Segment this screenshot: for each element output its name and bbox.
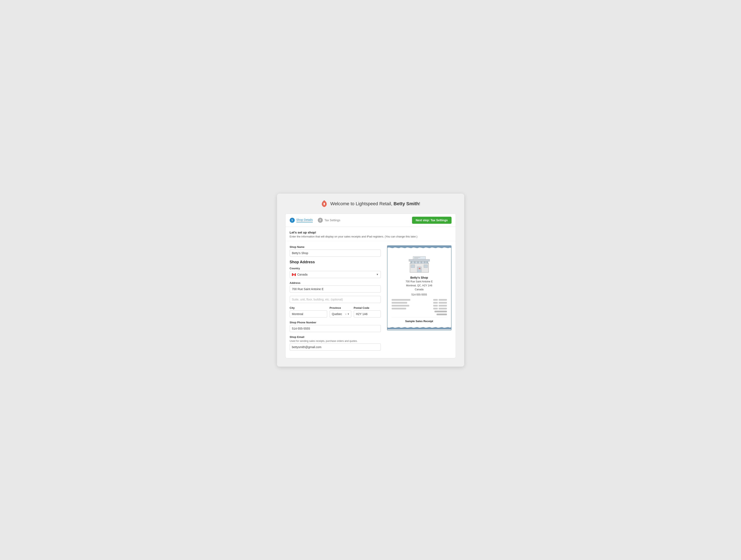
line-right-3a <box>433 305 438 306</box>
line-right-group-1 <box>433 299 447 301</box>
step-2-label: Tax Settings <box>324 219 340 222</box>
line-right-group-2 <box>433 302 447 303</box>
email-label: Shop Email <box>290 335 381 339</box>
lightspeed-logo-icon <box>321 200 328 208</box>
receipt-line-6 <box>392 313 447 315</box>
step-1-badge: 1 <box>290 218 295 223</box>
svg-rect-12 <box>413 257 425 259</box>
line-right-4a <box>433 308 438 309</box>
receipt-body: Betty's Shop 700 Rue Saint Antoine E Mon… <box>388 249 451 327</box>
next-step-button[interactable]: Next step: Tax Settings <box>412 217 452 224</box>
province-col: Province Quebec Ontario British Columbia… <box>330 306 351 318</box>
line-right-1b <box>439 299 447 301</box>
country-group: Country 🇨🇦 Canada United States ▼ <box>290 267 381 278</box>
intro-desc: Enter the information that will display … <box>290 235 452 238</box>
line-total-2 <box>436 313 447 315</box>
receipt-address-line1: 700 Rue Saint Antoine E <box>392 280 447 284</box>
country-label: Country <box>290 267 381 270</box>
city-label: City <box>290 306 327 309</box>
receipt-address-line3: Canada <box>392 288 447 291</box>
line-right-group-4 <box>433 308 447 309</box>
steps-bar: 1 Shop Details 2 Tax Settings Next step:… <box>285 214 456 227</box>
svg-rect-14 <box>414 258 418 259</box>
line-left-4 <box>392 308 406 309</box>
receipt-line-3 <box>392 305 447 306</box>
line-right-group-3 <box>433 305 447 306</box>
intro-title: Let's set up shop! <box>290 231 452 234</box>
receipt-shop-name: Betty's Shop <box>392 276 447 279</box>
province-clear-icon[interactable]: × <box>345 312 347 316</box>
line-right-2a <box>433 302 438 303</box>
header: Welcome to Lightspeed Retail, Betty Smit… <box>285 200 456 208</box>
line-left-2 <box>392 302 407 303</box>
shop-name-group: Shop Name <box>290 246 381 257</box>
address2-input[interactable] <box>290 296 381 303</box>
step-1[interactable]: 1 Shop Details <box>290 218 313 223</box>
city-province-postal-group: City Province Quebec Ontario British Col… <box>290 306 381 318</box>
country-select[interactable]: Canada United States <box>290 271 381 278</box>
receipt-address: 700 Rue Saint Antoine E Montreal, QC, H2… <box>392 280 447 292</box>
receipt-section: Betty's Shop 700 Rue Saint Antoine E Mon… <box>387 246 452 331</box>
phone-input[interactable] <box>290 325 381 332</box>
header-title: Welcome to Lightspeed Retail, Betty Smit… <box>330 201 420 207</box>
main-card: 1 Shop Details 2 Tax Settings Next step:… <box>285 214 456 358</box>
postal-label: Postal Code <box>354 306 381 309</box>
email-sublabel: Used for sending sales receipts, purchas… <box>290 340 381 343</box>
svg-rect-11 <box>409 259 430 261</box>
receipt-phone: 514-555-5555 <box>392 293 447 296</box>
email-input[interactable] <box>290 344 381 351</box>
postal-col: Postal Code <box>354 306 381 318</box>
shop-name-label: Shop Name <box>290 246 381 249</box>
steps-left: 1 Shop Details 2 Tax Settings <box>290 218 340 223</box>
address-group: Address <box>290 281 381 293</box>
country-select-wrapper: 🇨🇦 Canada United States ▼ <box>290 271 381 278</box>
step-2-badge: 2 <box>318 218 323 223</box>
svg-rect-1 <box>417 267 421 272</box>
line-right-1a <box>433 299 438 301</box>
phone-group: Shop Phone Number <box>290 321 381 332</box>
line-left-3 <box>392 305 409 306</box>
receipt-card: Betty's Shop 700 Rue Saint Antoine E Mon… <box>387 246 452 331</box>
email-group: Shop Email Used for sending sales receip… <box>290 335 381 351</box>
receipt-line-4 <box>392 308 447 309</box>
receipt-footer-title: Sample Sales Receipt <box>392 317 447 324</box>
line-right-4b <box>439 308 447 309</box>
step-1-label: Shop Details <box>296 218 313 222</box>
receipt-illustration <box>392 253 447 273</box>
province-label: Province <box>330 306 351 309</box>
receipt-address-line2: Montreal, QC, H2Y 1A6 <box>392 284 447 288</box>
page-wrapper: Welcome to Lightspeed Retail, Betty Smit… <box>277 194 464 367</box>
svg-rect-2 <box>411 265 415 268</box>
form-section: Shop Name Shop Address Country 🇨🇦 Canada… <box>290 246 387 354</box>
line-left-1 <box>392 299 410 301</box>
address-input[interactable] <box>290 285 381 293</box>
step-2[interactable]: 2 Tax Settings <box>318 218 340 223</box>
receipt-line-1 <box>392 299 447 301</box>
svg-rect-3 <box>424 265 427 268</box>
address-heading: Shop Address <box>290 260 381 264</box>
receipt-wavy-bottom <box>388 327 451 329</box>
form-receipt-row: Shop Name Shop Address Country 🇨🇦 Canada… <box>285 241 456 358</box>
line-total-1 <box>434 311 447 312</box>
address-label: Address <box>290 281 381 284</box>
province-select[interactable]: Quebec Ontario British Columbia Alberta <box>330 310 351 318</box>
receipt-line-2 <box>392 302 447 303</box>
receipt-wavy-top <box>388 246 451 249</box>
line-right-3b <box>439 305 447 306</box>
postal-input[interactable] <box>354 310 381 318</box>
city-input[interactable] <box>290 310 327 318</box>
shop-name-input[interactable] <box>290 250 381 257</box>
intro-section: Let's set up shop! Enter the information… <box>285 227 456 241</box>
shop-illustration-icon <box>407 253 432 273</box>
province-select-wrapper: Quebec Ontario British Columbia Alberta … <box>330 310 351 318</box>
svg-rect-13 <box>414 257 420 258</box>
line-right-2b <box>439 302 447 303</box>
receipt-line-5 <box>392 311 447 312</box>
phone-label: Shop Phone Number <box>290 321 381 324</box>
city-col: City <box>290 306 327 318</box>
address2-group <box>290 296 381 303</box>
receipt-lines <box>392 299 447 315</box>
